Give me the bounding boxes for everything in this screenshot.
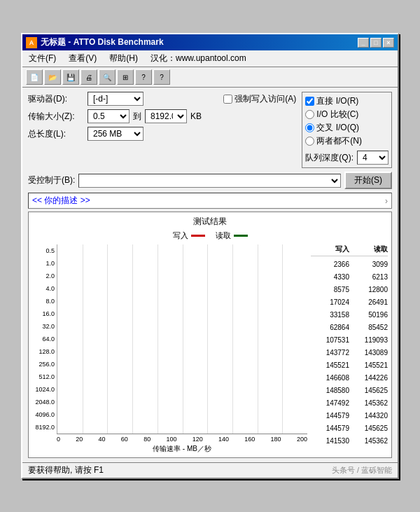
y-label: 1024.0 [32,383,57,396]
y-label: 2048.0 [32,396,57,408]
toolbar: 📄 📂 💾 🖨 🔍 ⊞ ? ? [22,67,398,88]
minimize-button[interactable]: _ [358,38,369,48]
read-val: 145362 [349,399,388,407]
table-row: 144579144320 [311,409,388,422]
y-label: 128.0 [32,345,57,358]
read-val: 145625 [349,387,388,394]
y-label: 256.0 [32,358,57,371]
table-row: 145521145521 [311,359,388,371]
read-val: 26491 [349,298,388,306]
menu-view[interactable]: 查看(V) [66,52,99,65]
new-button[interactable]: 📄 [26,69,43,85]
y-label: 32.0 [32,320,57,333]
bar-row [57,396,307,408]
table-row: 148580145625 [311,384,388,396]
bar-row [57,307,307,320]
x-tick: 20 [76,436,83,443]
table-row: 144579145625 [311,422,388,434]
grid-button[interactable]: ⊞ [117,69,134,85]
write-val: 33158 [311,311,349,319]
bar-row [57,421,307,434]
y-axis-labels: 0.51.02.04.08.016.032.064.0128.0256.0512… [32,244,57,454]
help-button[interactable]: ? [135,69,152,85]
bar-row [57,345,307,358]
write-col-header: 写入 [311,244,349,254]
direct-io-checkbox[interactable] [305,97,314,106]
y-label: 4096.0 [32,408,57,421]
driver-select[interactable]: [-d-] [88,92,144,106]
x-axis-ticks: 020406080100120140160180200 [57,434,307,443]
control-label: 受控制于(B): [28,174,75,186]
app-icon: A [26,37,37,48]
x-tick: 120 [192,436,203,443]
write-val: 62864 [311,324,349,331]
close-button[interactable]: × [383,38,394,48]
read-val: 85452 [349,324,388,331]
total-select[interactable]: 256 MB [88,127,144,141]
print-button[interactable]: 🖨 [80,69,97,85]
read-val: 119093 [349,336,388,344]
neither-radio[interactable] [305,137,314,146]
table-row: 143772143089 [311,346,388,359]
read-val: 3099 [349,261,388,268]
bar-row [57,371,307,383]
y-label: 64.0 [32,333,57,345]
save-button[interactable]: 💾 [62,69,79,85]
table-row: 1702426491 [311,296,388,308]
write-val: 148580 [311,387,349,394]
queue-select[interactable]: 4 [357,151,388,165]
chart-title: 测试结果 [32,216,388,228]
cross-io-radio[interactable] [305,123,314,132]
table-row: 147492145362 [311,396,388,409]
write-val: 147492 [311,399,349,407]
description-header: << 你的描述 >> › [28,193,392,209]
help2-button[interactable]: ? [153,69,170,85]
bar-row [57,270,307,282]
bar-row [57,333,307,345]
y-label: 2.0 [32,270,57,282]
control-select[interactable] [78,174,341,188]
write-val: 145521 [311,361,349,369]
menu-file[interactable]: 文件(F) [26,52,59,65]
bar-chart: 020406080100120140160180200 传输速率 - MB／秒 [57,244,307,454]
table-row: 3315850196 [311,308,388,321]
io-compare-radio[interactable] [305,110,314,119]
force-write-label: 强制写入访问(A) [234,93,296,105]
menu-localize: 汉化：www.upantool.com [148,52,249,65]
bar-row [57,408,307,421]
y-label: 8.0 [32,295,57,307]
read-legend-color [234,235,248,237]
y-label: 4.0 [32,282,57,295]
x-tick: 60 [121,436,128,443]
read-val: 144320 [349,412,388,420]
force-write-checkbox[interactable] [223,95,232,104]
bar-row [57,358,307,371]
x-tick: 160 [244,436,255,443]
x-tick: 40 [99,436,106,443]
zoom-button[interactable]: 🔍 [99,69,115,85]
table-row: 107531119093 [311,333,388,346]
desc-arrows-label: << 你的描述 >> [32,195,90,207]
transfer-from-select[interactable]: 0.5 [88,109,130,123]
table-row: 43306213 [311,270,388,283]
table-row: 141530145362 [311,434,388,447]
chart-area: 测试结果 写入 读取 0.51.02.04.08.016.032.064.012… [28,212,392,458]
write-val: 17024 [311,298,349,306]
open-button[interactable]: 📂 [44,69,61,85]
menu-help[interactable]: 帮助(H) [106,52,141,65]
write-legend-color [191,235,205,237]
y-label: 512.0 [32,371,57,383]
bar-row [57,257,307,270]
read-val: 143089 [349,349,388,357]
maximize-button[interactable]: □ [370,38,382,48]
total-label: 总长度(L): [28,128,84,140]
bar-row [57,282,307,295]
neither-label: 两者都不(N) [316,135,362,147]
start-button[interactable]: 开始(S) [344,172,392,189]
write-val: 143772 [311,349,349,357]
write-val: 144579 [311,412,349,420]
transfer-to-select[interactable]: 8192.0 [145,109,187,123]
y-label: 16.0 [32,307,57,320]
write-val: 4330 [311,273,349,281]
read-col-header: 读取 [349,244,388,254]
